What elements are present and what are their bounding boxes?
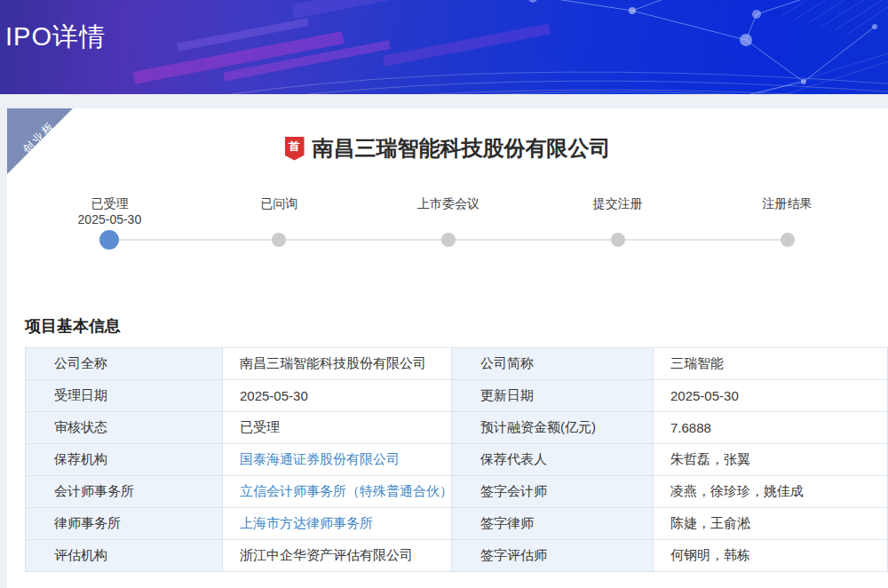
step-inquired: 已问询	[194, 195, 364, 250]
field-value: 7.6888	[654, 412, 888, 444]
step-dot	[611, 233, 625, 247]
table-row: 评估机构 浙江中企华资产评估有限公司 签字评估师 何钢明，韩栋	[26, 540, 888, 572]
field-value: 朱哲磊，张翼	[654, 444, 888, 476]
project-basic-info-table: 公司全称 南昌三瑞智能科技股份有限公司 公司简称 三瑞智能 受理日期 2025-…	[25, 347, 888, 572]
field-value: 2025-05-30	[223, 380, 452, 412]
table-row: 保荐机构 国泰海通证券股份有限公司 保荐代表人 朱哲磊，张翼	[26, 444, 888, 476]
field-label: 律师事务所	[26, 508, 223, 540]
field-label: 公司全称	[26, 348, 223, 380]
step-submit-registration: 提交注册	[533, 195, 702, 250]
section-title-basic-info: 项目基本信息	[25, 315, 888, 337]
field-label: 审核状态	[26, 412, 223, 444]
field-value: 上海市方达律师事务所	[223, 508, 452, 540]
field-label: 公司简称	[452, 348, 654, 380]
company-title-row: 首 南昌三瑞智能科技股份有限公司	[7, 135, 888, 162]
step-accepted: 已受理 2025-05-30	[25, 195, 194, 250]
law-firm-link[interactable]: 上海市方达律师事务所	[240, 515, 373, 530]
field-value: 凌燕，徐珍珍，姚佳成	[654, 476, 888, 508]
company-name: 南昌三瑞智能科技股份有限公司	[313, 134, 611, 163]
step-dot	[781, 233, 795, 247]
sponsor-link[interactable]: 国泰海通证券股份有限公司	[240, 451, 400, 466]
field-value: 三瑞智能	[654, 348, 888, 380]
table-row: 审核状态 已受理 预计融资金额(亿元) 7.6888	[26, 412, 888, 444]
page-title: IPO详情	[5, 20, 106, 55]
field-value: 浙江中企华资产评估有限公司	[223, 540, 452, 572]
field-label: 预计融资金额(亿元)	[452, 412, 654, 444]
field-value: 国泰海通证券股份有限公司	[223, 444, 452, 476]
field-value: 何钢明，韩栋	[654, 540, 888, 572]
step-committee-meeting: 上市委会议	[364, 195, 534, 250]
field-label: 保荐代表人	[452, 444, 654, 476]
field-label: 评估机构	[26, 540, 223, 572]
step-dot	[441, 233, 456, 247]
ipo-progress-stepper: 已受理 2025-05-30 已问询 上市委会议 提交注册 注册结果	[25, 195, 872, 250]
field-value: 立信会计师事务所（特殊普通合伙）	[223, 476, 452, 508]
table-row: 会计师事务所 立信会计师事务所（特殊普通合伙） 签字会计师 凌燕，徐珍珍，姚佳成	[26, 476, 888, 508]
field-label: 受理日期	[26, 380, 223, 412]
field-value: 陈婕，王俞淞	[654, 508, 888, 540]
page-banner: IPO详情	[0, 0, 888, 94]
field-value: 已受理	[223, 412, 452, 444]
field-label: 会计师事务所	[26, 476, 223, 508]
step-dot-active	[99, 230, 119, 250]
banner-decoration	[0, 0, 888, 94]
step-dot	[272, 233, 286, 247]
field-value: 南昌三瑞智能科技股份有限公司	[223, 348, 452, 380]
table-row: 受理日期 2025-05-30 更新日期 2025-05-30	[26, 380, 888, 412]
table-row: 公司全称 南昌三瑞智能科技股份有限公司 公司简称 三瑞智能	[26, 348, 888, 380]
step-registration-result: 注册结果	[702, 195, 872, 250]
field-label: 签字评估师	[452, 540, 654, 572]
table-row: 律师事务所 上海市方达律师事务所 签字律师 陈婕，王俞淞	[26, 508, 888, 540]
field-label: 签字律师	[452, 508, 654, 540]
field-label: 保荐机构	[26, 444, 223, 476]
field-value: 2025-05-30	[654, 380, 888, 412]
field-label: 更新日期	[452, 380, 654, 412]
first-issue-badge-icon: 首	[285, 137, 305, 161]
field-label: 签字会计师	[452, 476, 654, 508]
content-card: 创业板 首 南昌三瑞智能科技股份有限公司 已受理 2025-05-30 已问询 …	[7, 108, 888, 588]
accounting-firm-link[interactable]: 立信会计师事务所（特殊普通合伙）	[240, 483, 452, 498]
